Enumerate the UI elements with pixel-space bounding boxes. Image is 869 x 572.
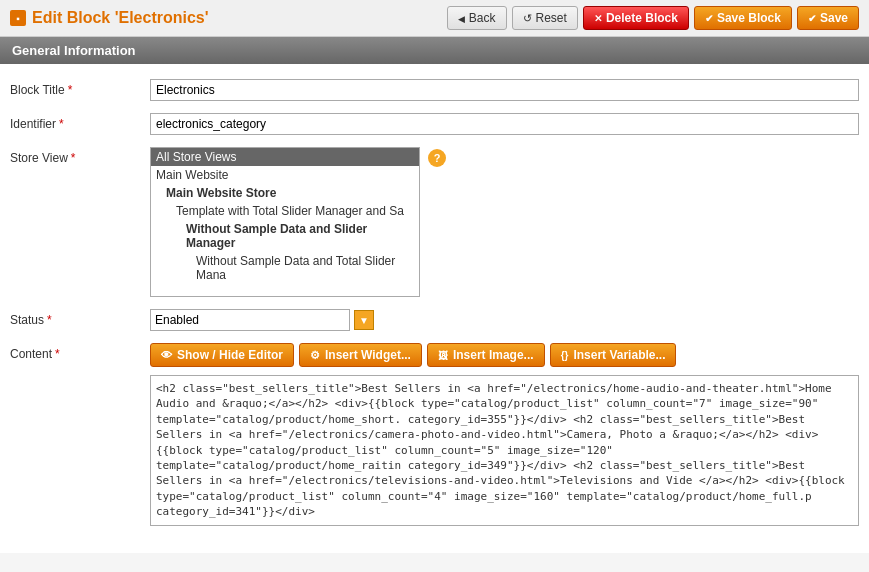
block-title-row: Block Title* <box>10 79 859 101</box>
store-view-row: Store View* All Store ViewsMain WebsiteM… <box>10 147 859 297</box>
reset-button[interactable]: Reset <box>512 6 578 30</box>
required-star-2: * <box>59 117 64 131</box>
status-field: EnabledDisabled ▼ <box>150 309 859 331</box>
save-block-icon <box>705 11 713 25</box>
widget-icon <box>310 348 320 362</box>
block-icon: ▪ <box>10 10 26 26</box>
store-option[interactable]: Template with Total Slider Manager and S… <box>151 202 419 220</box>
save-button[interactable]: Save <box>797 6 859 30</box>
header-bar: ▪ Edit Block 'Electronics' Back Reset De… <box>0 0 869 37</box>
header-buttons: Back Reset Delete Block Save Block Save <box>447 6 859 30</box>
store-option[interactable]: Main Website <box>151 166 419 184</box>
insert-widget-button[interactable]: Insert Widget... <box>299 343 422 367</box>
block-title-input[interactable] <box>150 79 859 101</box>
identifier-row: Identifier* <box>10 113 859 135</box>
form-body: Block Title* Identifier* Store View* All… <box>0 64 869 553</box>
select-arrow-icon[interactable]: ▼ <box>354 310 374 330</box>
store-view-field: All Store ViewsMain WebsiteMain Website … <box>150 147 859 297</box>
store-option[interactable]: All Store Views <box>151 148 419 166</box>
save-icon <box>808 11 816 25</box>
page-title: ▪ Edit Block 'Electronics' <box>10 9 209 27</box>
reset-icon <box>523 11 532 25</box>
image-icon <box>438 348 448 362</box>
store-view-select[interactable]: All Store ViewsMain WebsiteMain Website … <box>150 147 420 297</box>
content-field: Show / Hide Editor Insert Widget... Inse… <box>150 343 859 526</box>
show-hide-editor-button[interactable]: Show / Hide Editor <box>150 343 294 367</box>
identifier-label: Identifier* <box>10 113 150 131</box>
status-label: Status* <box>10 309 150 327</box>
required-star-5: * <box>55 347 60 361</box>
content-row: Content* Show / Hide Editor Insert Widge… <box>10 343 859 526</box>
back-icon <box>458 11 465 25</box>
store-view-label: Store View* <box>10 147 150 165</box>
store-option[interactable]: Main Website Store <box>151 184 419 202</box>
content-textarea[interactable]: <h2 class="best_sellers_title">Best Sell… <box>150 375 859 526</box>
section-header: General Information <box>0 37 869 64</box>
page-title-text: Edit Block 'Electronics' <box>32 9 209 27</box>
store-option[interactable]: Without Sample Data and Total Slider Man… <box>151 252 419 284</box>
required-star-4: * <box>47 313 52 327</box>
variable-icon <box>561 348 569 362</box>
delete-block-button[interactable]: Delete Block <box>583 6 689 30</box>
content-buttons: Show / Hide Editor Insert Widget... Inse… <box>150 343 859 367</box>
store-select-wrapper: All Store ViewsMain WebsiteMain Website … <box>150 147 859 297</box>
back-button[interactable]: Back <box>447 6 507 30</box>
delete-icon <box>594 11 602 25</box>
block-title-field <box>150 79 859 101</box>
identifier-field <box>150 113 859 135</box>
block-title-label: Block Title* <box>10 79 150 97</box>
status-row: Status* EnabledDisabled ▼ <box>10 309 859 331</box>
save-block-button[interactable]: Save Block <box>694 6 792 30</box>
store-info-icon[interactable]: ? <box>428 149 446 167</box>
required-star: * <box>68 83 73 97</box>
insert-image-button[interactable]: Insert Image... <box>427 343 545 367</box>
required-star-3: * <box>71 151 76 165</box>
status-select-wrapper: EnabledDisabled ▼ <box>150 309 859 331</box>
content-label: Content* <box>10 343 150 361</box>
identifier-input[interactable] <box>150 113 859 135</box>
eye-icon <box>161 348 172 362</box>
status-select[interactable]: EnabledDisabled <box>150 309 350 331</box>
insert-variable-button[interactable]: Insert Variable... <box>550 343 677 367</box>
store-option[interactable]: Without Sample Data and Slider Manager <box>151 220 419 252</box>
